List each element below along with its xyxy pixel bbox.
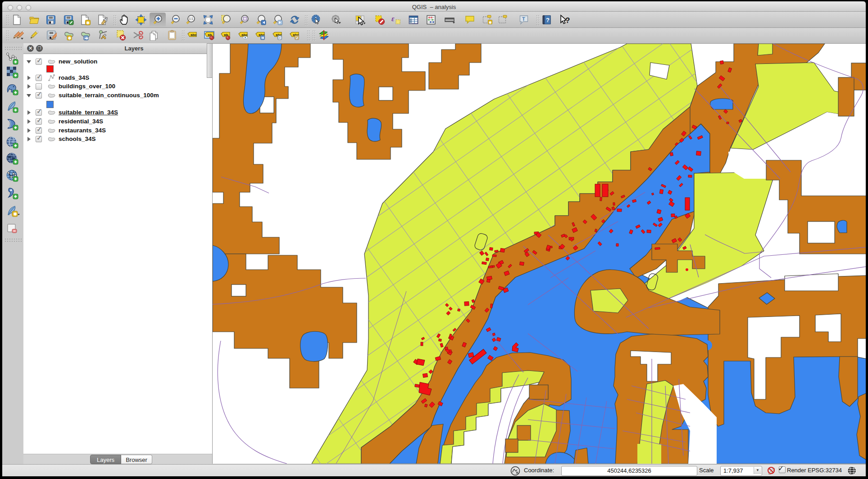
svg-text:?: ? [565,16,570,25]
svg-text:abc: abc [191,33,197,37]
svg-text:1:1: 1:1 [189,17,194,20]
svg-text:✱: ✱ [489,21,492,25]
svg-text:✱: ✱ [86,21,90,25]
svg-text:T: T [522,16,525,22]
svg-text:ε: ε [391,15,395,23]
svg-text:✱: ✱ [68,36,72,41]
svg-text:?: ? [546,17,550,23]
svg-text:✱: ✱ [14,212,18,217]
